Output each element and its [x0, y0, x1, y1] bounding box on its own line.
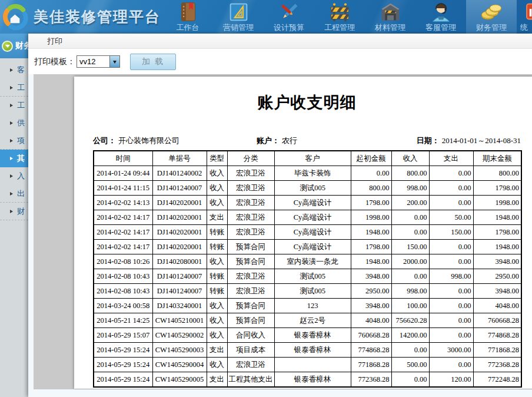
table-cell: 1998.00 — [351, 210, 391, 225]
table-cell: 772368.28 — [473, 358, 521, 372]
nav-item-label: 工程管理 — [324, 23, 355, 32]
chevron-down-icon[interactable] — [109, 56, 119, 67]
table-cell: 银泰香樟林 — [274, 372, 351, 388]
table-cell: Cy高端设计 — [274, 225, 351, 240]
table-cell: 收入 — [207, 358, 227, 372]
stats-icon — [520, 0, 532, 23]
workbench-book-icon — [177, 0, 199, 23]
table-cell: 收入 — [207, 299, 227, 313]
nav-item-客服管理[interactable]: 客服管理 — [415, 0, 466, 34]
table-cell: 2014-02-02 14:17 — [94, 225, 152, 240]
table-cell: 转账 — [207, 269, 227, 284]
nav-item-设计预算[interactable]: 设计预算 — [264, 0, 314, 34]
table-cell: Cy高端设计 — [274, 240, 351, 254]
table-cell: 3948.00 — [473, 284, 521, 299]
table-cell: 771868.28 — [473, 343, 521, 358]
nav-item-工作台[interactable]: 工作台 — [162, 0, 213, 34]
tab-print[interactable]: 打印 — [47, 36, 62, 47]
transactions-table: 时间单据号类型分类客户起初金额收入支出期末金额 2014-01-24 09:44… — [93, 150, 522, 388]
nav-item-工程管理[interactable]: 工程管理 — [314, 0, 365, 34]
table-cell: 0.00 — [429, 196, 473, 210]
nav-item-label: 设计预算 — [274, 23, 304, 32]
table-cell: 120.00 — [429, 372, 473, 388]
sidebar-item-供[interactable]: 供 — [0, 114, 28, 132]
sidebar-item-工[interactable]: 工 — [0, 79, 28, 97]
sidebar-item-工[interactable]: 工 — [0, 97, 28, 114]
sidebar-item-其[interactable]: 其 — [0, 150, 28, 167]
table-cell: 4048.00 — [473, 299, 521, 313]
sidebar-item-入[interactable]: 入 — [0, 167, 28, 185]
table-cell: 2014-05-29 15:07 — [94, 328, 152, 343]
nav-item-label: 客服管理 — [425, 23, 456, 32]
nav-item-营销管理[interactable]: 营销管理 — [213, 0, 264, 34]
template-select[interactable]: vv12 — [77, 55, 120, 68]
table-cell: 转账 — [207, 225, 227, 240]
nav-item-材料管理[interactable]: 材料管理 — [365, 0, 415, 34]
table-row: 2014-05-29 15:24CW1405290005支出工程其他支出银泰香樟… — [94, 372, 521, 388]
load-button[interactable]: 加 载 — [130, 54, 176, 70]
top-bar: 美佳装修管理平台 工作台营销管理设计预算工程管理材料管理客服管理财务管理统 — [0, 0, 532, 34]
arrow-right-icon — [10, 68, 15, 72]
table-cell: DJ1402080001 — [152, 254, 207, 269]
column-header: 类型 — [207, 151, 227, 166]
table-cell: 2014-05-21 14:25 — [94, 313, 152, 328]
sidebar-item-出[interactable]: 出 — [0, 185, 28, 203]
table-row: 2014-02-02 14:17DJ1402020001转账宏浪卫浴Cy高端设计… — [94, 225, 521, 240]
table-cell: 0.00 — [429, 284, 473, 299]
table-cell: 3000.00 — [429, 343, 473, 358]
arrow-right-icon — [10, 121, 15, 125]
table-cell: 2014-02-02 14:17 — [94, 210, 152, 225]
table-cell: 收入 — [207, 254, 227, 269]
sidebar-item-label: 其 — [17, 153, 25, 164]
column-header: 分类 — [227, 151, 274, 166]
arrow-right-icon — [10, 157, 15, 160]
table-cell: 760668.28 — [351, 328, 391, 343]
table-cell: 2950.00 — [473, 269, 521, 284]
table-cell: 50.00 — [429, 210, 473, 225]
finance-coins-icon — [481, 0, 503, 23]
table-cell: Cy高端设计 — [274, 196, 351, 210]
column-header: 时间 — [94, 151, 152, 166]
print-preview-area: 账户收支明细 公司：开心装饰有限公司 账户：农行 日期：2014-01-01～2… — [34, 74, 532, 389]
table-cell: 2000.00 — [391, 254, 429, 269]
sidebar-header[interactable]: 财务 — [0, 34, 28, 58]
table-cell: 1798.00 — [473, 225, 521, 240]
column-header: 单据号 — [152, 151, 207, 166]
nav-item-label: 工作台 — [177, 23, 200, 32]
nav-item-财务管理[interactable]: 财务管理 — [466, 0, 517, 34]
report: 账户收支明细 公司：开心装饰有限公司 账户：农行 日期：2014-01-01～2… — [93, 92, 521, 388]
table-row: 2014-01-24 09:44DJ1401240002收入宏浪卫浴毕兹卡装饰0… — [94, 166, 521, 181]
table-cell: 0.00 — [391, 269, 429, 284]
table-cell: 774868.28 — [473, 328, 521, 343]
table-row: 2014-02-02 14:17DJ1402020001支出宏浪卫浴Cy高端设计… — [94, 210, 521, 225]
table-cell: 赵云2号 — [274, 313, 351, 328]
table-cell: 银泰香樟林 — [274, 343, 351, 358]
table-cell: 室内装潢一条龙 — [274, 254, 351, 269]
table-cell: 200.00 — [391, 196, 429, 210]
top-nav: 工作台营销管理设计预算工程管理材料管理客服管理财务管理统 — [162, 0, 532, 34]
sidebar-item-财[interactable]: 财 — [0, 203, 28, 220]
table-cell: 0.00 — [429, 313, 473, 328]
sidebar-item-项[interactable]: 项 — [0, 132, 28, 150]
table-cell: 0.00 — [429, 254, 473, 269]
table-cell: 760668.28 — [473, 313, 521, 328]
table-cell: 宏浪卫浴 — [227, 284, 274, 299]
table-cell: DJ1401240007 — [152, 269, 207, 284]
table-cell: 预算合同 — [227, 254, 274, 269]
table-cell: 2014-02-08 10:26 — [94, 254, 152, 269]
nav-item-统[interactable]: 统 — [517, 0, 532, 34]
table-cell: 0.00 — [351, 166, 391, 181]
column-header: 起初金额 — [351, 151, 391, 166]
table-cell: 2950.00 — [351, 284, 391, 299]
table-row: 2014-02-08 10:26DJ1402080001收入预算合同室内装潢一条… — [94, 254, 521, 269]
sidebar-item-客[interactable]: 客 — [0, 61, 28, 79]
report-meta: 公司：开心装饰有限公司 账户：农行 日期：2014-01-01～2014-08-… — [93, 135, 521, 146]
sidebar-item-label: 工 — [17, 100, 25, 111]
report-account: 账户：农行 — [257, 135, 417, 146]
table-cell: 100.00 — [391, 299, 429, 313]
table-cell: 工程其他支出 — [227, 372, 274, 388]
table-cell: 1798.00 — [351, 240, 391, 254]
table-cell: 银泰香樟林 — [274, 328, 351, 343]
nav-item-label: 统 — [520, 23, 528, 32]
table-cell: 收入 — [207, 328, 227, 343]
